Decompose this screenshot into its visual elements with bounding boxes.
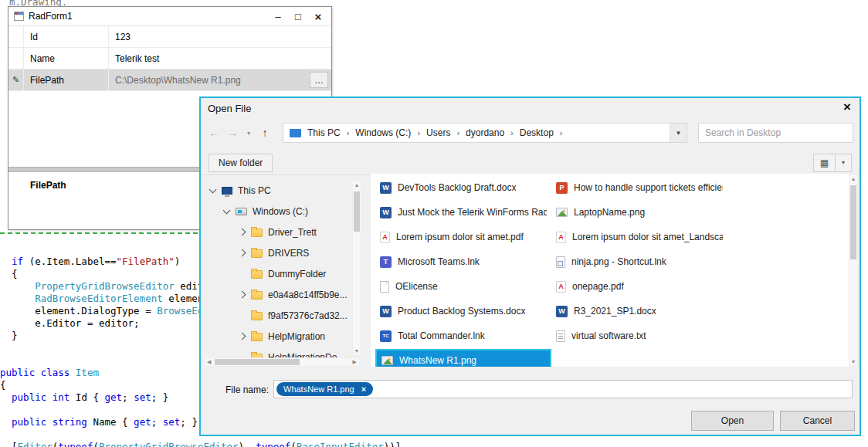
recent-locations-icon[interactable]: ▾ bbox=[244, 130, 253, 137]
file-item-selected[interactable]: WhatsNew R1.png bbox=[375, 349, 551, 367]
breadcrumb-users[interactable]: Users bbox=[425, 127, 452, 138]
property-value-text[interactable]: 123 bbox=[115, 32, 131, 42]
scrollbar-thumb[interactable] bbox=[354, 191, 360, 232]
scroll-left-icon[interactable]: ◀ bbox=[205, 359, 213, 365]
file-item[interactable]: How to handle support tickets efficien..… bbox=[551, 175, 727, 200]
file-item[interactable]: Product Backlog Systems.docx bbox=[375, 299, 551, 323]
file-name: Product Backlog Systems.docx bbox=[398, 306, 525, 317]
expander-icon[interactable] bbox=[239, 249, 246, 257]
scroll-up-icon[interactable]: ▲ bbox=[849, 176, 857, 181]
expander-icon[interactable] bbox=[239, 333, 246, 340]
up-icon[interactable]: ↑ bbox=[258, 127, 272, 139]
close-button[interactable]: × bbox=[308, 10, 328, 23]
file-name: LaptopName.png bbox=[574, 207, 645, 218]
property-value[interactable]: 123 bbox=[109, 26, 331, 47]
property-row-id[interactable]: Id 123 bbox=[8, 26, 331, 48]
chevron-right-icon[interactable]: › bbox=[555, 128, 568, 137]
image-file-icon bbox=[556, 208, 568, 217]
tree-item-this-pc[interactable]: This PC bbox=[202, 180, 371, 201]
scrollbar-thumb[interactable] bbox=[850, 185, 856, 259]
text-file-icon bbox=[556, 330, 565, 342]
file-name: Total Commander.lnk bbox=[398, 330, 485, 341]
forward-icon[interactable]: → bbox=[225, 127, 239, 139]
files-vertical-scrollbar[interactable]: ▲ ▼ bbox=[849, 174, 858, 367]
file-item[interactable]: Total Commander.lnk bbox=[375, 323, 551, 348]
tree-item-label: This PC bbox=[238, 185, 271, 196]
property-value[interactable]: C:\Desktop\WhatsNew R1.png … bbox=[109, 69, 331, 90]
tree-item-driver-trett[interactable]: Driver_Trett bbox=[202, 222, 371, 242]
expander-icon[interactable] bbox=[239, 291, 246, 299]
file-item[interactable]: ninja.png - Shortcut.lnk bbox=[551, 249, 727, 274]
minimize-button[interactable]: – bbox=[268, 11, 288, 22]
breadcrumb-desktop[interactable]: Desktop bbox=[518, 127, 555, 138]
file-item[interactable]: OElicense bbox=[375, 274, 551, 299]
breadcrumb-dyordano[interactable]: dyordano bbox=[464, 127, 506, 138]
tree-horizontal-scrollbar[interactable]: ◀ ▶ bbox=[204, 357, 360, 367]
file-item[interactable]: Just Mock the Telerik WinForms RadG... bbox=[375, 200, 551, 225]
scroll-up-icon[interactable]: ▲ bbox=[353, 182, 361, 188]
drive-icon bbox=[236, 208, 247, 215]
file-item[interactable]: Lorem ipsum dolor sit amet.pdf bbox=[375, 225, 551, 249]
file-item[interactable]: virtual software.txt bbox=[551, 323, 727, 348]
folder-icon bbox=[251, 333, 263, 341]
selected-file-chip[interactable]: WhatsNew R1.png × bbox=[276, 382, 373, 396]
tree-item-dummyfolder[interactable]: DummyFolder bbox=[202, 263, 371, 284]
property-label: FilePath bbox=[24, 69, 109, 90]
expander-icon[interactable] bbox=[239, 229, 246, 236]
chevron-right-icon[interactable]: › bbox=[452, 128, 464, 137]
file-item[interactable]: R3_2021_SP1.docx bbox=[551, 299, 727, 323]
address-dropdown-icon[interactable]: ▼ bbox=[670, 124, 687, 142]
tree-item-drivers[interactable]: DRIVERS bbox=[202, 242, 371, 263]
radform-titlebar[interactable]: RadForm1 – □ × bbox=[8, 7, 331, 26]
chevron-right-icon[interactable]: › bbox=[412, 128, 425, 137]
new-folder-button[interactable]: New folder bbox=[209, 154, 273, 172]
scroll-down-icon[interactable]: ▼ bbox=[849, 359, 857, 364]
file-item[interactable]: Microsoft Teams.lnk bbox=[375, 249, 551, 274]
breadcrumb-this-pc[interactable]: This PC bbox=[306, 127, 342, 138]
file-item[interactable]: LaptopName.png bbox=[551, 200, 727, 225]
scrollbar-thumb[interactable] bbox=[215, 359, 300, 365]
chevron-right-icon[interactable]: › bbox=[342, 128, 354, 137]
file-name-input[interactable]: WhatsNew R1.png × bbox=[273, 380, 853, 398]
property-value-text[interactable]: C:\Desktop\WhatsNew R1.png bbox=[115, 75, 241, 86]
chevron-right-icon[interactable]: › bbox=[506, 128, 518, 137]
back-icon[interactable]: ← bbox=[207, 127, 221, 139]
tree-vertical-scrollbar[interactable]: ▲ ▼ bbox=[352, 180, 361, 356]
file-name: R3_2021_SP1.docx bbox=[574, 306, 656, 317]
file-item[interactable]: onepage.pdf bbox=[551, 274, 727, 299]
breadcrumb-windows-c[interactable]: Windows (C:) bbox=[354, 127, 412, 138]
tree-item-windows-c[interactable]: Windows (C:) bbox=[202, 201, 371, 222]
tree-item-e0a4a8[interactable]: e0a4a8c14ff5b9e... bbox=[202, 284, 371, 305]
property-value-text[interactable]: Telerik test bbox=[115, 53, 159, 64]
chip-label: WhatsNew R1.png bbox=[283, 384, 354, 394]
maximize-button[interactable]: □ bbox=[288, 11, 308, 22]
view-dropdown-icon[interactable]: ▾ bbox=[836, 159, 851, 166]
browse-ellipsis-button[interactable]: … bbox=[310, 72, 328, 88]
grid-view-icon[interactable]: ▦ bbox=[814, 154, 836, 171]
expander-icon[interactable] bbox=[209, 185, 217, 193]
word-doc-icon bbox=[380, 207, 392, 218]
property-row-name[interactable]: Name Telerik test bbox=[8, 48, 331, 69]
expander-icon[interactable] bbox=[223, 206, 231, 214]
tree-item-helpmigration[interactable]: HelpMigration bbox=[202, 326, 371, 347]
file-name: Lorem ipsum dolor sit amet.pdf bbox=[396, 232, 524, 242]
property-value[interactable]: Telerik test bbox=[109, 48, 331, 69]
open-button[interactable]: Open bbox=[691, 411, 774, 431]
search-input[interactable] bbox=[699, 127, 853, 138]
dialog-close-icon[interactable]: × bbox=[843, 100, 851, 115]
folder-icon bbox=[251, 312, 263, 320]
file-name: WhatsNew R1.png bbox=[399, 355, 476, 366]
property-row-filepath[interactable]: ✎ FilePath C:\Desktop\WhatsNew R1.png … bbox=[8, 69, 331, 91]
scroll-down-icon[interactable]: ▼ bbox=[353, 348, 361, 354]
tree-item-f9af57[interactable]: f9af57376c7ad32... bbox=[202, 305, 371, 326]
file-item[interactable]: Lorem ipsum dolor sit amet_Landscap... bbox=[551, 225, 727, 249]
cancel-button[interactable]: Cancel bbox=[780, 411, 855, 431]
file-item[interactable]: DevTools Backlog Draft.docx bbox=[375, 175, 551, 200]
row-gutter bbox=[8, 48, 24, 69]
breadcrumb[interactable]: This PC › Windows (C:) › Users › dyordan… bbox=[283, 123, 687, 143]
scroll-right-icon[interactable]: ▶ bbox=[351, 359, 359, 365]
image-file-icon bbox=[381, 356, 393, 365]
file-name: Microsoft Teams.lnk bbox=[398, 256, 480, 267]
search-box[interactable] bbox=[698, 123, 853, 143]
chip-remove-icon[interactable]: × bbox=[361, 384, 366, 394]
